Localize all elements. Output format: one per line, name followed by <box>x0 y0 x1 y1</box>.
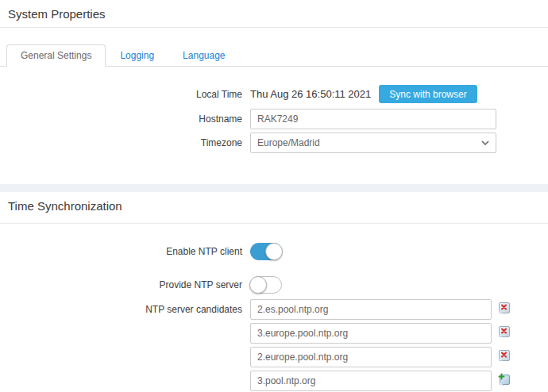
enable-ntp-toggle[interactable] <box>250 243 282 260</box>
timezone-row: Timezone Europe/Madrid <box>0 133 548 153</box>
tab-language[interactable]: Language <box>168 45 239 66</box>
tab-bar: General Settings Logging Language <box>0 44 548 67</box>
ntp-candidate-row <box>0 371 548 391</box>
general-settings-panel: Local Time Thu Aug 26 16:50:11 2021 Sync… <box>0 67 548 153</box>
add-icon[interactable] <box>498 373 511 386</box>
timezone-select-wrap: Europe/Madrid <box>250 133 496 153</box>
ntp-candidate-input[interactable] <box>250 299 492 320</box>
ntp-candidate-input[interactable] <box>250 323 492 344</box>
time-sync-section-title: Time Synchronization <box>0 192 548 213</box>
tab-general-settings[interactable]: General Settings <box>6 44 106 67</box>
delete-icon[interactable] <box>498 349 511 362</box>
ntp-candidate-input[interactable] <box>250 371 492 391</box>
provide-ntp-label: Provide NTP server <box>0 279 242 290</box>
provide-ntp-row: Provide NTP server <box>0 276 548 294</box>
timezone-label: Timezone <box>0 137 242 148</box>
section-separator-band <box>0 184 548 192</box>
ntp-candidate-input[interactable] <box>250 347 492 367</box>
ntp-candidate-row <box>0 323 548 344</box>
toggle-knob <box>265 243 283 260</box>
hostname-label: Hostname <box>0 113 242 125</box>
enable-ntp-row: Enable NTP client <box>0 243 548 260</box>
toggle-knob <box>249 276 267 294</box>
ntp-candidate-row: NTP server candidates <box>0 299 548 320</box>
timezone-select[interactable]: Europe/Madrid <box>250 133 496 153</box>
enable-ntp-label: Enable NTP client <box>0 246 242 257</box>
ntp-candidates-label: NTP server candidates <box>0 299 242 315</box>
local-time-value: Thu Aug 26 16:50:11 2021 <box>250 88 371 100</box>
ntp-candidate-row <box>0 347 548 367</box>
delete-icon[interactable] <box>498 302 511 314</box>
provide-ntp-toggle[interactable] <box>250 276 282 294</box>
sync-with-browser-button[interactable]: Sync with browser <box>379 85 477 103</box>
time-sync-panel: Enable NTP client Provide NTP server NTP… <box>0 224 548 391</box>
title-divider <box>0 27 548 28</box>
local-time-label: Local Time <box>0 89 242 100</box>
tab-logging[interactable]: Logging <box>106 45 168 66</box>
page-title: System Properties <box>0 0 548 21</box>
hostname-input[interactable] <box>250 109 496 129</box>
hostname-row: Hostname <box>0 109 548 129</box>
local-time-row: Local Time Thu Aug 26 16:50:11 2021 Sync… <box>0 85 548 103</box>
delete-icon[interactable] <box>498 325 511 338</box>
